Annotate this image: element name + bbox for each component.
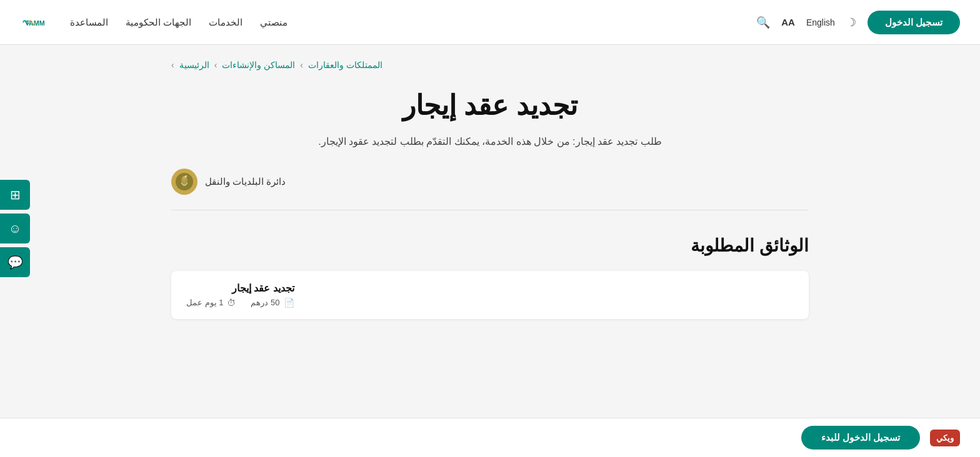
- service-card: تجديد عقد إيجار 📄 50 درهم ⏱ 1 يوم عمل: [171, 271, 809, 319]
- authority-badge: [171, 169, 198, 195]
- service-duration-value: 1 يوم عمل: [186, 298, 223, 307]
- breadcrumb-item-realestate[interactable]: الممتلكات والعقارات: [308, 60, 382, 70]
- documents-section-title: الوثائق المطلوبة: [171, 235, 809, 256]
- dark-mode-icon[interactable]: ☽: [846, 16, 856, 29]
- nav-item-services[interactable]: الخدمات: [209, 17, 242, 28]
- service-card-title: تجديد عقد إيجار: [186, 282, 294, 294]
- service-fee: 📄 50 درهم: [251, 298, 294, 308]
- breadcrumb-sep-1: ›: [214, 60, 218, 70]
- breadcrumb-item-housing[interactable]: المساكن والإنشاءات: [222, 60, 295, 70]
- font-size-button[interactable]: AA: [781, 17, 795, 27]
- service-fee-value: 50 درهم: [251, 298, 279, 307]
- content-divider: [171, 210, 809, 210]
- authority-row: دائرة البلديات والنقل: [171, 169, 809, 195]
- breadcrumb-sep-2: ›: [300, 60, 303, 70]
- page-title: تجديد عقد إيجار: [171, 87, 809, 123]
- service-card-meta: 📄 50 درهم ⏱ 1 يوم عمل: [186, 298, 294, 308]
- main-nav: منصتي الخدمات الجهات الحكومية المساعدة T…: [20, 7, 288, 37]
- feedback-button[interactable]: ☺: [0, 214, 30, 243]
- service-card-info: تجديد عقد إيجار 📄 50 درهم ⏱ 1 يوم عمل: [186, 282, 294, 308]
- nav-item-government[interactable]: الجهات الحكومية: [126, 17, 191, 28]
- nav-list: منصتي الخدمات الجهات الحكومية المساعدة: [70, 17, 288, 28]
- main-content: الممتلكات والعقارات › المساكن والإنشاءات…: [146, 45, 834, 356]
- page-subtitle: طلب تجديد عقد إيجار: من خلال هذه الخدمة،…: [171, 133, 809, 151]
- logo[interactable]: TAMM: [20, 7, 50, 37]
- breadcrumb-item-home[interactable]: الرئيسية: [179, 60, 209, 70]
- chat-button[interactable]: 💬: [0, 247, 30, 277]
- language-switch[interactable]: English: [806, 17, 835, 27]
- breadcrumb: الممتلكات والعقارات › المساكن والإنشاءات…: [171, 60, 809, 70]
- search-button[interactable]: 🔍: [756, 16, 770, 29]
- nav-item-help[interactable]: المساعدة: [70, 17, 108, 28]
- sidebar-tools: ⊞ ☺ 💬: [0, 180, 30, 277]
- tamm-logo-svg: TAMM: [20, 7, 50, 37]
- nav-item-musatni[interactable]: منصتي: [260, 17, 288, 28]
- breadcrumb-sep-0: ›: [171, 60, 174, 70]
- service-duration: ⏱ 1 يوم عمل: [186, 298, 236, 308]
- clock-icon: ⏱: [227, 298, 236, 308]
- document-icon: 📄: [284, 298, 294, 308]
- login-button[interactable]: تسجيل الدخول: [868, 11, 960, 34]
- authority-crest-icon: [173, 170, 196, 193]
- header-actions: تسجيل الدخول ☽ English AA 🔍: [756, 11, 960, 34]
- grid-button[interactable]: ⊞: [0, 180, 30, 210]
- authority-name: دائرة البلديات والنقل: [205, 176, 286, 187]
- site-header: تسجيل الدخول ☽ English AA 🔍 منصتي الخدما…: [0, 0, 980, 45]
